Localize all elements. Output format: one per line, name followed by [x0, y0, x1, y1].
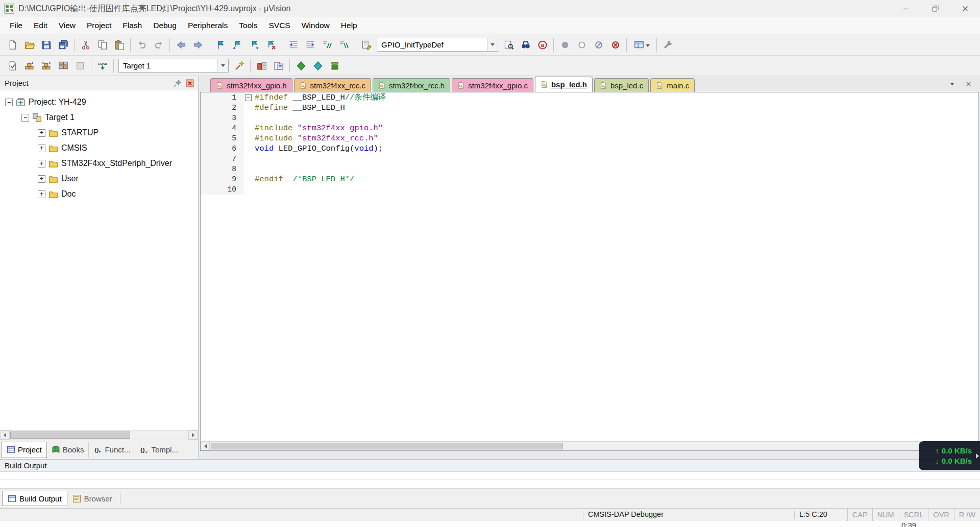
bookmark-next-button[interactable]: [246, 37, 262, 53]
code-editor[interactable]: 1−#ifndef __BSP_LED_H//条件编译2#define __BS…: [201, 92, 978, 441]
search-results-button[interactable]: [500, 37, 517, 53]
menu-item-edit[interactable]: Edit: [28, 18, 53, 33]
save-all-button[interactable]: [55, 37, 71, 53]
scroll-left-button[interactable]: [201, 442, 210, 450]
tab-stm32f4xx-gpio-c[interactable]: stm32f4xx_gpio.c: [452, 78, 533, 92]
menu-item-help[interactable]: Help: [335, 18, 363, 33]
scroll-left-button[interactable]: [0, 430, 10, 440]
editor-hscrollbar[interactable]: [201, 441, 978, 450]
tab-bsp-led-h[interactable]: bsp_led.h: [535, 77, 593, 92]
scroll-right-button[interactable]: [188, 430, 198, 440]
translate-button[interactable]: [4, 58, 21, 74]
open-file-button[interactable]: [21, 37, 38, 53]
tree-item-stm32f4xx-stdperiph-driver[interactable]: +STM32F4xx_StdPeriph_Driver: [0, 156, 198, 171]
menu-item-file[interactable]: File: [4, 18, 28, 33]
bookmark-prev-button[interactable]: [229, 37, 246, 53]
file-extensions-button[interactable]: [270, 58, 287, 74]
paste-button[interactable]: [111, 37, 128, 53]
indent-button[interactable]: [302, 37, 318, 53]
unindent-button[interactable]: [285, 37, 302, 53]
panel-tab-templ[interactable]: {}Templ...: [135, 442, 183, 458]
collapse-icon[interactable]: −: [5, 99, 13, 106]
uncomment-selection-button[interactable]: [335, 37, 352, 53]
manage-project-items-button[interactable]: [253, 58, 270, 74]
tree-item-startup[interactable]: +STARTUP: [0, 125, 198, 140]
debug-windows-button[interactable]: [629, 37, 654, 53]
copy-button[interactable]: [94, 37, 111, 53]
find-in-files-button[interactable]: [358, 37, 375, 53]
menu-item-peripherals[interactable]: Peripherals: [182, 18, 233, 33]
options-for-target-button[interactable]: [231, 58, 248, 74]
save-button[interactable]: [38, 37, 55, 53]
menu-item-tools[interactable]: Tools: [233, 18, 263, 33]
expand-icon[interactable]: +: [38, 145, 45, 152]
menu-item-view[interactable]: View: [53, 18, 81, 33]
cut-button[interactable]: [77, 37, 94, 53]
bookmark-toggle-button[interactable]: [212, 37, 229, 53]
comment-selection-button[interactable]: [318, 37, 335, 53]
breakpoint-toggle-button[interactable]: [556, 37, 573, 53]
tree-item-project-yh-429[interactable]: −Project: YH-429: [0, 94, 198, 110]
tab-stm32f4xx-rcc-h[interactable]: stm32f4xx_rcc.h: [373, 78, 450, 92]
close-file-button[interactable]: [963, 79, 974, 89]
tab-bsp-led-c[interactable]: bsp_led.c: [594, 78, 649, 92]
breakpoint-kill-all-button[interactable]: [607, 37, 624, 53]
breakpoint-disable-all-button[interactable]: [590, 37, 607, 53]
batch-build-button[interactable]: [55, 58, 71, 74]
menu-item-flash[interactable]: Flash: [117, 18, 148, 33]
manage-rte-button[interactable]: [326, 58, 343, 74]
menu-item-window[interactable]: Window: [296, 18, 335, 33]
nav-back-button[interactable]: [173, 37, 189, 53]
undo-button[interactable]: [133, 37, 150, 53]
pack-installer-button[interactable]: [292, 58, 309, 74]
tree-item-user[interactable]: +User: [0, 171, 198, 186]
stop-build-button[interactable]: [71, 58, 88, 74]
project-panel-hscrollbar[interactable]: [0, 430, 198, 440]
find-combo[interactable]: GPIO_InitTypeDef: [377, 38, 498, 52]
scrollbar-thumb[interactable]: [10, 432, 130, 439]
pin-button[interactable]: [172, 78, 184, 89]
chevron-down-icon[interactable]: [487, 38, 498, 51]
expand-icon[interactable]: +: [38, 190, 45, 198]
collapse-icon[interactable]: −: [21, 114, 29, 122]
fold-toggle-icon[interactable]: −: [245, 94, 252, 101]
menu-item-project[interactable]: Project: [81, 18, 117, 33]
panel-tab-project[interactable]: Project: [2, 442, 47, 458]
target-combo[interactable]: Target 1: [118, 59, 229, 73]
build-button[interactable]: [21, 58, 38, 74]
nav-forward-button[interactable]: [189, 37, 206, 53]
tab-list-button[interactable]: [946, 79, 958, 89]
incremental-find-button[interactable]: a: [534, 37, 551, 53]
close-button[interactable]: [950, 0, 980, 17]
panel-tab-funct[interactable]: {}Funct...: [89, 442, 135, 458]
breakpoint-enable-button[interactable]: [573, 37, 590, 53]
expand-icon[interactable]: +: [38, 160, 45, 167]
build-tab-browser[interactable]: Browser: [67, 491, 117, 506]
menu-item-debug[interactable]: Debug: [148, 18, 182, 33]
minimize-button[interactable]: [891, 0, 921, 17]
panel-tab-books[interactable]: Books: [47, 442, 89, 458]
find-button[interactable]: [517, 37, 534, 53]
tree-item-target-1[interactable]: −Target 1: [0, 110, 198, 125]
redo-button[interactable]: [150, 37, 167, 53]
restore-button[interactable]: [921, 0, 950, 17]
new-file-button[interactable]: [4, 37, 21, 53]
menu-item-svcs[interactable]: SVCS: [263, 18, 296, 33]
tab-stm32f4xx-rcc-c[interactable]: stm32f4xx_rcc.c: [294, 78, 371, 92]
tab-main-c[interactable]: main.c: [650, 78, 695, 92]
tree-item-doc[interactable]: +Doc: [0, 186, 198, 202]
expand-icon[interactable]: +: [38, 129, 45, 137]
build-output-content[interactable]: [0, 472, 980, 489]
tab-stm32f4xx-gpio-h[interactable]: stm32f4xx_gpio.h: [210, 78, 292, 92]
panel-close-button[interactable]: [184, 78, 196, 89]
rebuild-button[interactable]: [38, 58, 55, 74]
expand-icon[interactable]: +: [38, 175, 45, 183]
scrollbar-thumb[interactable]: [211, 443, 563, 449]
build-tab-build-output[interactable]: Build Output: [2, 491, 67, 506]
select-packs-button[interactable]: [309, 58, 326, 74]
chevron-down-icon[interactable]: [217, 59, 228, 72]
tree-item-cmsis[interactable]: +CMSIS: [0, 140, 198, 156]
download-button[interactable]: LOAD: [94, 58, 111, 74]
bookmark-clear-button[interactable]: [262, 37, 279, 53]
netspeed-widget[interactable]: ↑ 0.0 KB/s ↓ 0.0 KB/s: [919, 441, 980, 470]
